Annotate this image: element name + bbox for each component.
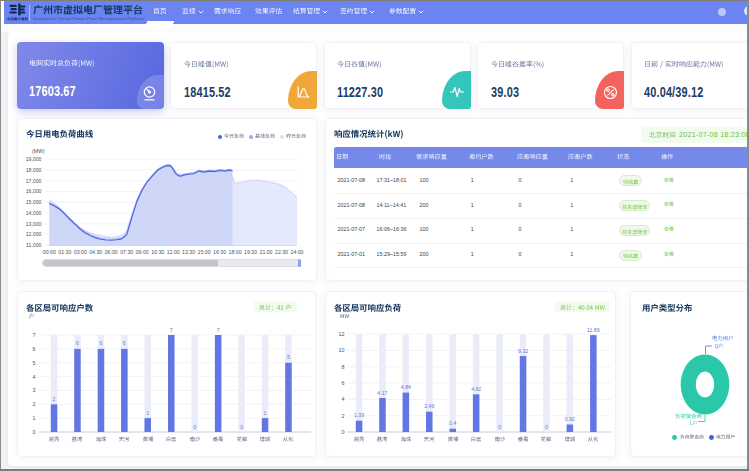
- svg-text:13,000: 13,000: [26, 221, 42, 227]
- svg-text:07:30: 07:30: [120, 249, 133, 255]
- svg-text:9.32: 9.32: [518, 348, 528, 354]
- svg-text:4.62: 4.62: [471, 386, 481, 392]
- svg-text:19:30: 19:30: [244, 249, 257, 255]
- svg-text:0: 0: [193, 424, 196, 430]
- svg-text:1: 1: [264, 410, 267, 416]
- svg-text:19,000: 19,000: [26, 156, 42, 162]
- svg-text:13:30: 13:30: [182, 249, 195, 255]
- svg-text:8: 8: [341, 364, 344, 370]
- svg-text:03:00: 03:00: [74, 249, 87, 255]
- svg-text:21:00: 21:00: [259, 249, 272, 255]
- svg-text:00:00: 00:00: [43, 249, 56, 255]
- svg-text:2: 2: [53, 396, 56, 402]
- svg-text:2: 2: [341, 413, 344, 419]
- svg-text:12,000: 12,000: [26, 231, 42, 237]
- svg-text:06:00: 06:00: [105, 249, 118, 255]
- svg-text:4.17: 4.17: [377, 390, 387, 396]
- svg-text:09:00: 09:00: [136, 249, 149, 255]
- svg-text:12:00: 12:00: [167, 249, 180, 255]
- svg-text:0: 0: [498, 424, 501, 430]
- svg-text:10: 10: [338, 347, 344, 353]
- svg-text:24:00: 24:00: [290, 249, 303, 255]
- svg-text:04:30: 04:30: [89, 249, 102, 255]
- svg-text:7: 7: [32, 332, 35, 338]
- svg-text:17,000: 17,000: [26, 178, 42, 184]
- svg-text:12: 12: [338, 331, 344, 337]
- svg-text:6: 6: [99, 340, 102, 346]
- svg-text:22:30: 22:30: [275, 249, 288, 255]
- svg-text:01:30: 01:30: [58, 249, 71, 255]
- svg-text:1: 1: [146, 410, 149, 416]
- svg-text:2: 2: [32, 401, 35, 407]
- svg-text:3: 3: [32, 387, 35, 393]
- svg-text:4.84: 4.84: [401, 384, 411, 390]
- svg-text:18:00: 18:00: [229, 249, 242, 255]
- svg-text:15,000: 15,000: [26, 199, 42, 205]
- svg-text:4: 4: [32, 374, 35, 380]
- svg-text:0: 0: [545, 424, 548, 430]
- svg-text:6: 6: [32, 346, 35, 352]
- svg-text:0: 0: [240, 424, 243, 430]
- svg-text:0.92: 0.92: [565, 416, 575, 422]
- svg-text:(MW): (MW): [32, 148, 45, 154]
- svg-text:4: 4: [341, 396, 344, 402]
- svg-text:18,000: 18,000: [26, 167, 42, 173]
- svg-text:7: 7: [217, 327, 220, 333]
- svg-text:6: 6: [76, 340, 79, 346]
- svg-text:0: 0: [32, 429, 35, 435]
- svg-text:5: 5: [32, 360, 35, 366]
- svg-text:10:30: 10:30: [151, 249, 164, 255]
- svg-text:1: 1: [32, 415, 35, 421]
- svg-text:7: 7: [170, 327, 173, 333]
- svg-text:16:30: 16:30: [213, 249, 226, 255]
- svg-text:5: 5: [287, 354, 290, 360]
- svg-text:14,000: 14,000: [26, 210, 42, 216]
- svg-text:16,000: 16,000: [26, 188, 42, 194]
- svg-text:0: 0: [341, 429, 344, 435]
- svg-text:6: 6: [341, 380, 344, 386]
- svg-text:6: 6: [123, 340, 126, 346]
- svg-text:2.49: 2.49: [424, 403, 434, 409]
- svg-text:15:00: 15:00: [198, 249, 211, 255]
- svg-text:11.89: 11.89: [587, 327, 600, 333]
- svg-text:0.4: 0.4: [449, 420, 456, 426]
- svg-text:1.39: 1.39: [354, 412, 364, 418]
- svg-text:11,000: 11,000: [26, 242, 42, 248]
